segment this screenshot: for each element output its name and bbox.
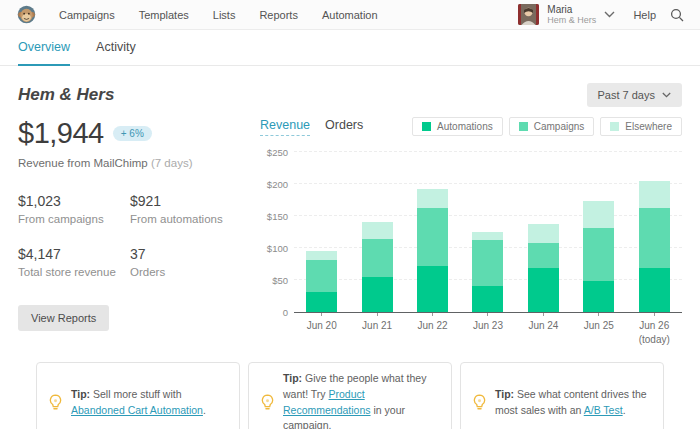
user-name: Maria	[547, 4, 596, 16]
bar-segment-elsewhere[interactable]	[583, 201, 614, 228]
automations-swatch	[422, 122, 431, 131]
bar-segment-campaigns[interactable]	[362, 239, 393, 277]
x-axis-label: Jun 21	[349, 313, 404, 346]
x-axis-label: Jun 20	[294, 313, 349, 346]
nav-item-templates[interactable]: Templates	[139, 9, 189, 21]
chevron-down-icon	[662, 92, 671, 98]
bar-segment-elsewhere[interactable]	[639, 181, 670, 208]
abandoned-cart-automation-link[interactable]: Abandoned Cart Automation	[71, 404, 203, 416]
tip-text: Tip: Sell more stuff with Abandoned Cart…	[71, 387, 227, 419]
x-axis-label: Jun 24	[516, 313, 571, 346]
chart-y-axis: $250$200$150$100$500	[260, 152, 288, 312]
bar-segment-elsewhere[interactable]	[528, 224, 559, 243]
legend-elsewhere[interactable]: Elsewhere	[600, 117, 682, 136]
x-axis-label: Jun 25	[571, 313, 626, 346]
main-nav-items: Campaigns Templates Lists Reports Automa…	[59, 9, 378, 21]
bar-segment-elsewhere[interactable]	[417, 189, 448, 208]
date-range-label: Past 7 days	[598, 89, 655, 101]
bar-segment-automations[interactable]	[528, 268, 559, 312]
top-nav: Campaigns Templates Lists Reports Automa…	[0, 0, 700, 30]
x-axis-label: Jun 22	[405, 313, 460, 346]
bar-segment-campaigns[interactable]	[639, 208, 670, 269]
x-axis-label: Jun 26(today)	[627, 313, 682, 346]
y-axis-tick-label: $200	[267, 179, 288, 190]
stats-panel: $1,944 + 6% Revenue from MailChimp (7 da…	[18, 117, 246, 346]
elsewhere-swatch	[610, 122, 619, 131]
chart-panel: Revenue Orders Automations Campaigns Els…	[246, 117, 682, 346]
bar-jun-22[interactable]	[405, 152, 460, 312]
chart-x-labels: Jun 20Jun 21Jun 22Jun 23Jun 24Jun 25Jun …	[294, 313, 682, 346]
bar-jun-21[interactable]	[349, 152, 404, 312]
bar-segment-campaigns[interactable]	[583, 228, 614, 281]
tab-activity[interactable]: Activity	[96, 30, 136, 66]
bar-segment-campaigns[interactable]	[472, 240, 503, 285]
nav-item-automation[interactable]: Automation	[322, 9, 378, 21]
revenue-delta-badge: + 6%	[113, 126, 152, 141]
bar-segment-campaigns[interactable]	[417, 208, 448, 266]
y-axis-tick-label: $100	[267, 243, 288, 254]
bar-segment-campaigns[interactable]	[528, 243, 559, 268]
campaigns-swatch	[519, 122, 528, 131]
ab-test-link[interactable]: A/B Test	[584, 404, 623, 416]
y-axis-tick-label: $50	[272, 275, 288, 286]
primary-revenue-label: Revenue from MailChimp (7 days)	[18, 157, 246, 169]
chart-tab-orders[interactable]: Orders	[325, 118, 363, 136]
bar-segment-automations[interactable]	[417, 266, 448, 312]
y-axis-tick-label: $250	[267, 147, 288, 158]
stat-orders: 37 Orders	[130, 246, 246, 278]
lightbulb-icon	[49, 394, 62, 412]
bar-jun-23[interactable]	[460, 152, 515, 312]
user-menu[interactable]: Maria Hem & Hers	[547, 4, 596, 26]
y-axis-tick-label: $150	[267, 211, 288, 222]
bar-segment-automations[interactable]	[639, 268, 670, 312]
tip-card-abandoned-cart: Tip: Sell more stuff with Abandoned Cart…	[36, 362, 240, 429]
bar-jun-25[interactable]	[571, 152, 626, 312]
help-link[interactable]: Help	[633, 9, 656, 21]
bar-segment-campaigns[interactable]	[306, 260, 337, 291]
chart-legend: Automations Campaigns Elsewhere	[412, 117, 682, 136]
mailchimp-logo-icon[interactable]	[16, 4, 37, 25]
page-title: Hem & Hers	[18, 85, 114, 105]
stat-from-campaigns: $1,023 From campaigns	[18, 193, 130, 225]
search-icon[interactable]	[670, 8, 684, 22]
legend-automations[interactable]: Automations	[412, 117, 503, 136]
bar-segment-elsewhere[interactable]	[306, 251, 337, 261]
user-avatar[interactable]	[518, 4, 539, 25]
lightbulb-icon	[261, 394, 274, 412]
tips-row: Tip: Sell more stuff with Abandoned Cart…	[36, 362, 664, 429]
bar-jun-24[interactable]	[516, 152, 571, 312]
chart-tab-revenue[interactable]: Revenue	[260, 118, 310, 136]
lightbulb-icon	[473, 394, 486, 412]
bar-segment-automations[interactable]	[583, 281, 614, 312]
chevron-down-icon[interactable]	[604, 11, 615, 18]
primary-revenue-value: $1,944	[18, 117, 104, 150]
tip-text: Tip: See what content drives the most sa…	[495, 387, 651, 419]
nav-item-lists[interactable]: Lists	[213, 9, 236, 21]
bar-segment-automations[interactable]	[472, 286, 503, 312]
nav-item-reports[interactable]: Reports	[259, 9, 298, 21]
stat-total-store-revenue: $4,147 Total store revenue	[18, 246, 130, 278]
revenue-chart: $250$200$150$100$500 Jun 20Jun 21Jun 22J…	[260, 152, 682, 346]
tab-overview[interactable]: Overview	[18, 30, 70, 66]
tip-card-product-recommendations: Tip: Give the people what they want! Try…	[248, 362, 452, 429]
bar-jun-26[interactable]	[627, 152, 682, 312]
x-axis-label: Jun 23	[460, 313, 515, 346]
bar-segment-elsewhere[interactable]	[362, 222, 393, 239]
page-tabs: Overview Activity	[0, 30, 700, 66]
y-axis-tick-label: 0	[283, 307, 288, 318]
bar-segment-elsewhere[interactable]	[472, 232, 503, 240]
tip-card-ab-test: Tip: See what content drives the most sa…	[460, 362, 664, 429]
date-range-dropdown[interactable]: Past 7 days	[587, 83, 682, 107]
bar-segment-automations[interactable]	[306, 292, 337, 312]
bar-jun-20[interactable]	[294, 152, 349, 312]
view-reports-button[interactable]: View Reports	[18, 305, 109, 331]
bar-segment-automations[interactable]	[362, 277, 393, 312]
chart-plot: $250$200$150$100$500	[294, 152, 682, 313]
tip-text: Tip: Give the people what they want! Try…	[283, 371, 439, 429]
nav-item-campaigns[interactable]: Campaigns	[59, 9, 115, 21]
user-account: Hem & Hers	[547, 15, 596, 25]
stat-from-automations: $921 From automations	[130, 193, 246, 225]
legend-campaigns[interactable]: Campaigns	[509, 117, 595, 136]
